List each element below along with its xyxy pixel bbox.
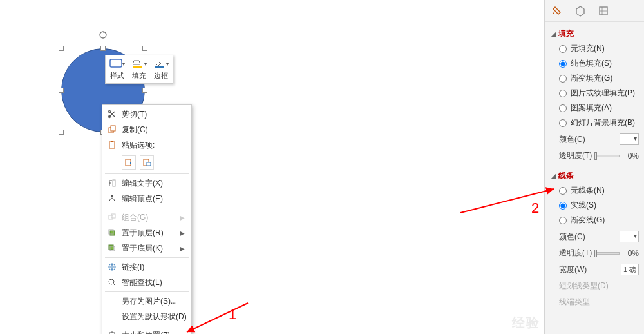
style-dropdown[interactable]: ▾ 样式: [109, 58, 125, 81]
menu-cut[interactable]: 剪切(T): [102, 106, 191, 122]
resize-handle[interactable]: [142, 46, 147, 51]
cap-type-row: 线端类型: [545, 294, 644, 310]
resize-handle[interactable]: [59, 130, 64, 135]
section-title: 线条: [558, 170, 574, 181]
tab-effects[interactable]: [574, 5, 586, 17]
menu-size-position[interactable]: 大小和位置(Z)...: [102, 328, 191, 334]
collapse-triangle-icon: ◢: [551, 31, 556, 37]
radio-picture-fill[interactable]: 图片或纹理填充(P): [559, 88, 644, 99]
mini-toolbar: ▾ 样式 ▾ 填充 ▾ 边框: [105, 55, 173, 84]
menu-label: 复制(C): [122, 124, 185, 135]
svg-rect-9: [111, 141, 113, 142]
menu-label: 设置为默认形状(D): [122, 311, 187, 322]
transparency-value: 0%: [623, 249, 639, 258]
link-icon: [106, 261, 118, 273]
svg-rect-13: [113, 180, 115, 186]
menu-label: 置于底层(K): [122, 243, 176, 254]
tab-fill-line[interactable]: [551, 5, 563, 17]
resize-handle[interactable]: [59, 88, 64, 93]
resize-handle[interactable]: [142, 88, 147, 93]
transparency-label: 透明度(T): [559, 248, 592, 259]
menu-label: 智能查找(L): [122, 277, 185, 288]
menu-label: 置于顶层(R): [122, 228, 176, 239]
menu-link[interactable]: 链接(I): [102, 259, 191, 275]
resize-handle[interactable]: [59, 46, 64, 51]
transparency-slider[interactable]: [596, 252, 620, 255]
svg-rect-12: [147, 162, 151, 166]
svg-rect-15: [114, 200, 115, 201]
radio-pattern-fill[interactable]: 图案填充(A): [559, 103, 644, 113]
style-icon: ▾: [109, 58, 125, 70]
svg-rect-18: [111, 214, 115, 218]
radio-slide-bg-fill[interactable]: 幻灯片背景填充(B): [559, 117, 644, 128]
paste-option-picture[interactable]: [140, 155, 154, 170]
line-options: 无线条(N) 实线(S) 渐变线(G): [545, 184, 644, 228]
rotate-handle[interactable]: [99, 30, 108, 39]
radio-gradient-line[interactable]: 渐变线(G): [559, 215, 644, 226]
line-color-picker[interactable]: [620, 231, 639, 242]
transparency-slider[interactable]: [596, 155, 620, 157]
svg-rect-21: [109, 245, 113, 250]
menu-edit-points[interactable]: 编辑顶点(E): [102, 191, 191, 206]
edit-points-icon: [106, 193, 118, 204]
resize-handle[interactable]: [100, 46, 106, 51]
svg-rect-3: [155, 66, 164, 68]
collapse-triangle-icon: ◢: [551, 173, 556, 179]
fill-color-row: 颜色(C): [545, 131, 644, 148]
paste-options-row: [102, 153, 191, 172]
clipboard-icon: [106, 139, 118, 151]
submenu-arrow-icon: ▶: [180, 245, 185, 252]
blank-icon: [106, 295, 118, 307]
border-pen-icon: ▾: [153, 58, 169, 70]
width-label: 宽度(W): [559, 264, 587, 275]
radio-gradient-fill[interactable]: 渐变填充(G): [559, 73, 644, 84]
svg-rect-16: [111, 195, 113, 197]
fill-options: 无填充(N) 纯色填充(S) 渐变填充(G) 图片或纹理填充(P) 图案填充(A…: [545, 42, 644, 131]
fill-label: 填充: [132, 71, 146, 81]
menu-label: 编辑文字(X): [122, 178, 185, 189]
radio-no-fill[interactable]: 无填充(N): [559, 43, 644, 54]
send-back-icon: [106, 242, 118, 254]
size-icon: [106, 329, 118, 334]
menu-smart-lookup[interactable]: 智能查找(L): [102, 275, 191, 290]
fill-transparency-row: 透明度(T) 0%: [545, 148, 644, 164]
border-dropdown[interactable]: ▾ 边框: [153, 58, 169, 81]
menu-label: 剪切(T): [122, 109, 185, 120]
radio-no-line[interactable]: 无线条(N): [559, 185, 644, 196]
menu-copy[interactable]: 复制(C): [102, 122, 191, 137]
width-spinner[interactable]: 1 磅: [621, 264, 639, 275]
fill-section-header[interactable]: ◢ 填充: [545, 26, 644, 42]
svg-rect-14: [109, 200, 110, 201]
tab-size[interactable]: [598, 5, 609, 17]
pane-tabs: [545, 0, 644, 22]
radio-solid-line[interactable]: 实线(S): [559, 200, 644, 211]
line-color-row: 颜色(C): [545, 228, 644, 245]
scissors-icon: [106, 108, 118, 120]
menu-save-as-picture[interactable]: 另存为图片(S)...: [102, 293, 191, 309]
paste-option-keep-source[interactable]: [122, 155, 136, 170]
menu-set-default-shape[interactable]: 设置为默认形状(D): [102, 309, 191, 324]
dash-label: 短划线类型(D): [559, 280, 609, 291]
menu-edit-text[interactable]: 编辑文字(X): [102, 175, 191, 191]
context-menu: 剪切(T) 复制(C) 粘贴选项: 编辑文字(X) 编辑顶点(E) 组合(G) …: [102, 104, 192, 334]
fill-color-picker[interactable]: [620, 133, 639, 145]
menu-send-back[interactable]: 置于底层(K) ▶: [102, 241, 191, 256]
watermark: 经验: [512, 314, 540, 331]
copy-icon: [106, 124, 118, 135]
radio-solid-fill[interactable]: 纯色填充(S): [559, 58, 644, 69]
menu-label: 编辑顶点(E): [122, 193, 185, 204]
edit-text-icon: [106, 177, 118, 189]
submenu-arrow-icon: ▶: [180, 214, 185, 221]
cap-label: 线端类型: [559, 297, 590, 308]
menu-group: 组合(G) ▶: [102, 210, 191, 225]
line-section-header[interactable]: ◢ 线条: [545, 168, 644, 184]
menu-label: 另存为图片(S)...: [122, 296, 185, 307]
menu-bring-front[interactable]: 置于顶层(R) ▶: [102, 225, 191, 241]
menu-label: 链接(I): [122, 262, 185, 273]
fill-bucket-icon: ▾: [131, 58, 147, 70]
style-label: 样式: [110, 71, 124, 81]
search-icon: [106, 277, 118, 288]
svg-rect-17: [109, 215, 113, 219]
fill-dropdown[interactable]: ▾ 填充: [131, 58, 147, 81]
menu-label: 组合(G): [122, 212, 176, 223]
